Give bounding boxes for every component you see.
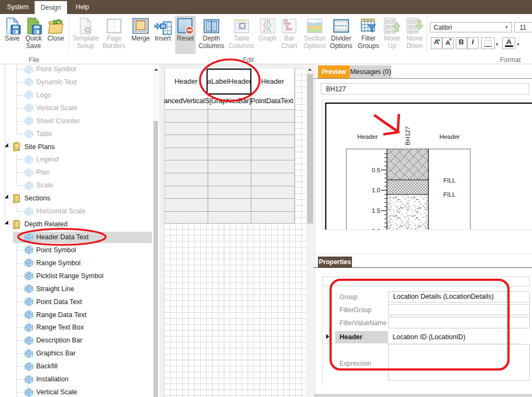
svg-text:Header: Header	[439, 133, 460, 140]
svg-text:FILL: FILL	[443, 177, 456, 184]
svg-text:0.5: 0.5	[371, 167, 380, 173]
svg-text:FILL: FILL	[443, 191, 456, 198]
svg-text:Open file: Open file	[408, 30, 418, 33]
svg-text:1.5: 1.5	[371, 207, 380, 214]
svg-text:Header: Header	[357, 133, 378, 140]
svg-text:2.0: 2.0	[371, 228, 380, 230]
svg-text:Open file: Open file	[385, 30, 396, 33]
svg-text:1.0: 1.0	[371, 187, 380, 193]
svg-text:Open file: Open file	[385, 19, 396, 22]
svg-text:Open file: Open file	[408, 19, 418, 22]
svg-text:BH127: BH127	[404, 126, 411, 145]
